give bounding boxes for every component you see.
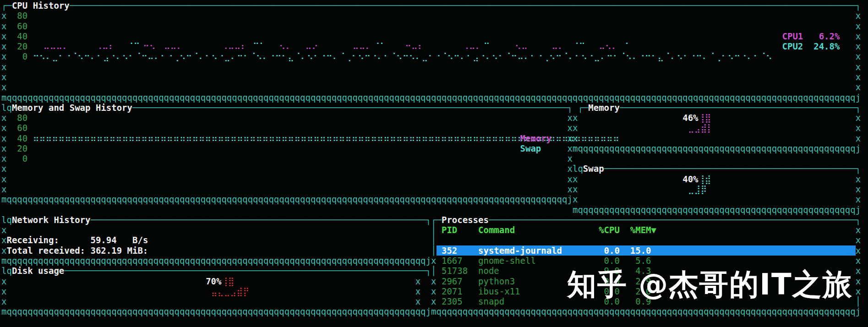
cpu2-legend-label: CPU2	[782, 41, 803, 51]
border-char: x	[1, 225, 6, 235]
border-char: x	[568, 184, 573, 194]
process-pid[interactable]: 51738	[442, 266, 468, 276]
panel-title-processes: Processes	[442, 215, 489, 225]
border-char: x	[856, 286, 861, 296]
processes-header-pid[interactable]: PID	[442, 225, 457, 235]
cpu1-sparkline: ⠠⠤⠄	[463, 41, 482, 51]
panel-title-disk-usage: Disk usage	[12, 266, 64, 276]
border-char: x	[573, 113, 578, 123]
border-char: lq	[1, 266, 12, 276]
cpu1-sparkline: ⠤⠤⠄	[352, 41, 371, 51]
process-command[interactable]: snapd	[478, 296, 504, 306]
process-cpu[interactable]: 0.0	[604, 256, 620, 266]
border-char: x	[856, 225, 861, 235]
border-char: x	[856, 72, 861, 82]
process-pid[interactable]: 2967	[442, 276, 463, 286]
border-char: x	[1, 133, 6, 143]
process-mem[interactable]: 5.6	[635, 256, 651, 266]
mem-ytick-60: 60	[17, 123, 27, 133]
process-command[interactable]: ibus-x11	[478, 286, 520, 296]
border-char: x	[856, 21, 861, 31]
cpu1-sparkline: ⠠⠤⠤⠆	[221, 41, 247, 51]
cpu-ytick-0: 0	[22, 51, 27, 61]
panel-border: │	[431, 245, 436, 256]
border-char: x	[1, 153, 6, 164]
panel-border: ┐	[856, 164, 861, 174]
panel-border: ────────────────────────────────────────…	[132, 103, 567, 113]
cpu1-sparkline: ⠤⠤⠤⠄	[44, 41, 69, 51]
panel-border: ┐	[426, 266, 431, 276]
network-receiving-label: Receiving:	[6, 235, 59, 245]
border-char: m	[1, 194, 6, 204]
border-char: qqqqqqqqqqqqqqqqqqqqqqqqqqqqqqqqqqqqqqqq…	[578, 143, 855, 153]
processes-header-mem-sorted[interactable]: %MEM▼	[630, 225, 656, 235]
border-char: x	[856, 184, 861, 194]
swap-legend-label: Swap	[520, 143, 541, 153]
process-command[interactable]: python3	[478, 276, 515, 286]
panel-title-cpu-history: CPU History	[12, 0, 70, 11]
border-char: lq	[1, 103, 12, 113]
panel-title-network-history: Network History	[12, 215, 91, 225]
process-command[interactable]: node	[478, 266, 499, 276]
network-receiving-value: 59.94	[90, 235, 116, 245]
cpu2-sparkline: ⠉⠁	[253, 41, 266, 51]
cpu2-sparkline: ⠉	[483, 41, 490, 51]
border-char: j	[426, 256, 431, 266]
panel-border: ────────────────────────────────────────…	[70, 0, 856, 11]
border-char: x	[415, 276, 420, 286]
panel-title-swap: Swap	[583, 164, 604, 174]
processes-header-command[interactable]: Command	[478, 225, 515, 235]
border-char: x	[1, 82, 6, 92]
process-row-selected[interactable]: 352 systemd-journald 0.0 15.0	[437, 245, 856, 256]
cpu1-sparkline: ⠒⠢	[143, 41, 156, 51]
border-char: x	[431, 256, 436, 266]
processes-header-cpu[interactable]: %CPU	[599, 225, 620, 235]
cpu2-sparkline: ⠈⠁	[373, 41, 386, 51]
process-command[interactable]: gnome-shell	[478, 256, 536, 266]
network-total-unit: MiB:	[127, 245, 148, 256]
border-char: m	[1, 306, 6, 316]
border-char: x	[856, 245, 861, 256]
border-char: x	[1, 51, 6, 61]
border-char: x	[1, 286, 6, 296]
cpu2-sparkline: ⠈⠉	[573, 41, 585, 51]
mem-ytick-80: 80	[17, 113, 27, 123]
border-char: x	[1, 174, 6, 184]
cpu1-legend-value: 6.2%	[819, 31, 840, 41]
border-char: j	[426, 306, 431, 316]
process-pid[interactable]: 2305	[442, 296, 463, 306]
border-char: x	[1, 235, 6, 245]
border-char: lq	[1, 215, 12, 225]
border-char: x	[1, 296, 6, 306]
panel-border: │	[431, 235, 436, 245]
mem-ytick-20: 20	[17, 143, 27, 153]
border-char: x	[568, 153, 573, 164]
disk-percent: 70%	[206, 276, 221, 286]
border-char: x	[1, 31, 6, 41]
border-char: x	[856, 123, 861, 133]
border-char: x	[568, 113, 573, 123]
border-char: qqqqqqqqqqqqqqqqqqqqqqqqqqqqqqqqqqqqqqqq…	[437, 306, 856, 316]
border-char: j	[856, 205, 861, 215]
border-char: qqqqqqqqqqqqqqqqqqqqqqqqqqqqqqqqqqqqqqqq…	[6, 93, 855, 103]
memory-gauge-spark: ⢸⣿	[699, 113, 711, 123]
border-char: x	[856, 276, 861, 286]
border-char: x	[431, 276, 436, 286]
panel-border: │	[431, 225, 436, 235]
border-char: x	[1, 245, 6, 256]
disk-gauge-spark: ⣤⣄⣀⣠⣾⡟	[211, 286, 250, 296]
panel-border: ┌─	[578, 103, 588, 113]
border-char: j	[568, 194, 573, 204]
process-pid[interactable]: 1667	[442, 256, 463, 266]
cpu1-sparkline: ⠢⠤	[515, 41, 528, 51]
process-pid[interactable]: 2071	[442, 286, 463, 296]
panel-border: ────────────────────────────────────────…	[64, 266, 426, 276]
cpu1-sparkline: ⠤⠢⠄	[599, 41, 618, 51]
border-char: m	[431, 306, 436, 316]
panel-border: ┐	[856, 215, 861, 225]
network-receiving-unit: B/s	[132, 235, 148, 245]
cpu2-legend-value: 24.8%	[813, 41, 840, 51]
border-char: x	[568, 143, 573, 153]
border-char: x	[568, 123, 573, 133]
panel-title-memory: Memory	[588, 103, 620, 113]
